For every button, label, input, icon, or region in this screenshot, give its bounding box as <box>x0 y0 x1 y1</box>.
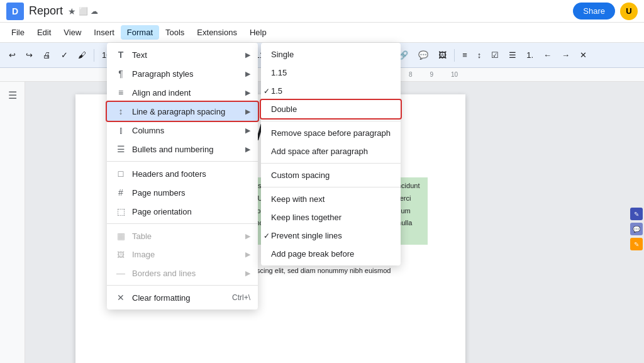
custom-spacing-label: Custom spacing <box>271 170 330 180</box>
indent-button[interactable]: → <box>558 48 574 62</box>
format-line-spacing-label: Line & paragraph spacing <box>132 107 240 116</box>
format-columns-item[interactable]: Columns ▶ <box>107 121 258 140</box>
format-image-label: Image <box>132 250 240 259</box>
format-line-spacing-item[interactable]: Line & paragraph spacing ▶ <box>107 102 258 121</box>
format-text-item[interactable]: Text ▶ <box>107 45 258 64</box>
keep-with-next-label: Keep with next <box>271 194 325 204</box>
bullets-icon <box>114 144 127 154</box>
format-borders-item[interactable]: Borders and lines ▶ <box>107 264 258 282</box>
custom-spacing[interactable]: Custom spacing <box>261 166 401 184</box>
image-button[interactable]: 🖼 <box>435 48 450 62</box>
table-icon <box>114 231 127 241</box>
right-btn-3[interactable]: ✎ <box>630 238 643 250</box>
format-align-item[interactable]: Align and indent ▶ <box>107 83 258 102</box>
borders-arrow-icon: ▶ <box>245 269 250 277</box>
menu-file[interactable]: File <box>5 25 31 40</box>
format-separator-1 <box>107 161 258 162</box>
spacing-1-5[interactable]: 1.5 <box>261 82 401 100</box>
bullets-arrow-icon: ▶ <box>245 145 250 154</box>
format-separator-3 <box>107 285 258 286</box>
add-space-after[interactable]: Add space after paragraph <box>261 142 401 160</box>
format-align-label: Align and indent <box>132 88 240 98</box>
menu-format[interactable]: Format <box>121 25 159 40</box>
toolbar-divider-7 <box>454 49 455 62</box>
print-button[interactable]: 🖨 <box>39 48 55 62</box>
remove-space-before[interactable]: Remove space before paragraph <box>261 124 401 142</box>
spellcheck-button[interactable]: ✓ <box>57 48 72 62</box>
format-page-numbers-label: Page numbers <box>132 188 250 198</box>
clear-format-button[interactable]: ✕ <box>576 48 591 62</box>
format-columns-label: Columns <box>132 126 240 135</box>
spacing-1-15[interactable]: 1.15 <box>261 64 401 82</box>
keep-with-next[interactable]: Keep with next <box>261 190 401 208</box>
spacing-submenu: Single 1.15 1.5 Double Remove space befo… <box>261 43 401 265</box>
borders-icon <box>114 268 127 278</box>
right-btn-2[interactable]: 💬 <box>630 223 643 235</box>
prevent-single-lines[interactable]: Prevent single lines <box>261 226 401 245</box>
format-bullets-item[interactable]: Bullets and numbering ▶ <box>107 140 258 159</box>
add-page-break-before[interactable]: Add page break before <box>261 245 401 263</box>
format-page-orient-label: Page orientation <box>132 207 250 216</box>
bullets-button[interactable]: ☰ <box>505 48 520 62</box>
text-icon <box>114 50 127 60</box>
outline-icon[interactable]: ☰ <box>6 87 19 104</box>
menu-extensions[interactable]: Extensions <box>191 25 243 40</box>
columns-arrow-icon: ▶ <box>245 126 250 135</box>
menu-edit[interactable]: Edit <box>31 25 57 40</box>
left-sidebar: ☰ <box>0 82 25 363</box>
right-sidebar: ✎ 💬 ✎ <box>629 82 644 363</box>
menu-help[interactable]: Help <box>243 25 273 40</box>
header-icon <box>114 169 127 179</box>
spacing-single[interactable]: Single <box>261 45 401 64</box>
line-spacing-button[interactable]: ↕ <box>474 48 486 62</box>
text-arrow-icon: ▶ <box>245 51 250 59</box>
menu-bar: File Edit View Insert Format Tools Exten… <box>0 23 644 43</box>
format-page-orientation-item[interactable]: Page orientation <box>107 202 258 221</box>
spacing-double-label: Double <box>271 104 297 114</box>
cloud-icon: ☁ <box>91 7 98 16</box>
share-button[interactable]: Share <box>573 3 615 20</box>
doc-title: Report <box>29 4 63 18</box>
format-paragraph-item[interactable]: Paragraph styles ▶ <box>107 64 258 83</box>
history-icon: ⬜ <box>79 7 88 16</box>
para-icon <box>114 69 127 79</box>
checklist-button[interactable]: ☑ <box>487 48 502 62</box>
numbering-button[interactable]: 1. <box>523 48 537 62</box>
spacing-1-15-label: 1.15 <box>271 68 287 77</box>
format-headers-item[interactable]: Headers and footers <box>107 164 258 183</box>
spacing-double[interactable]: Double <box>261 100 401 118</box>
image-icon <box>114 250 127 259</box>
add-space-after-label: Add space after paragraph <box>271 147 368 156</box>
redo-button[interactable]: ↪ <box>22 48 36 62</box>
linespace-icon <box>114 106 127 116</box>
format-clear-label: Clear formatting <box>132 293 227 303</box>
paint-format-button[interactable]: 🖌 <box>74 48 90 62</box>
align-button[interactable]: ≡ <box>458 48 471 62</box>
menu-insert[interactable]: Insert <box>87 25 121 40</box>
menu-view[interactable]: View <box>57 25 87 40</box>
keep-lines-together[interactable]: Keep lines together <box>261 208 401 226</box>
format-paragraph-label: Paragraph styles <box>132 69 240 79</box>
format-clear-item[interactable]: Clear formatting Ctrl+\ <box>107 288 258 307</box>
toolbar-divider-1 <box>94 49 94 62</box>
clear-shortcut: Ctrl+\ <box>232 293 250 302</box>
outdent-button[interactable]: ← <box>540 48 555 62</box>
right-btn-1[interactable]: ✎ <box>630 208 643 220</box>
format-table-label: Table <box>132 232 240 241</box>
format-text-label: Text <box>132 50 240 60</box>
star-icon[interactable]: ★ <box>68 6 76 16</box>
title-bar: D Report ★ ⬜ ☁ Share U <box>0 0 644 23</box>
linespace-arrow-icon: ▶ <box>245 108 250 116</box>
undo-button[interactable]: ↩ <box>5 48 19 62</box>
submenu-sep-2 <box>261 163 401 164</box>
format-page-numbers-item[interactable]: Page numbers <box>107 183 258 202</box>
keep-lines-together-label: Keep lines together <box>271 213 341 222</box>
avatar[interactable]: U <box>620 3 638 20</box>
menu-tools[interactable]: Tools <box>159 25 191 40</box>
format-image-item[interactable]: Image ▶ <box>107 245 258 264</box>
format-table-item[interactable]: Table ▶ <box>107 226 258 245</box>
clear-icon <box>114 293 127 303</box>
spacing-single-label: Single <box>271 50 294 59</box>
comment-button[interactable]: 💬 <box>414 48 432 62</box>
align-icon <box>114 87 127 98</box>
